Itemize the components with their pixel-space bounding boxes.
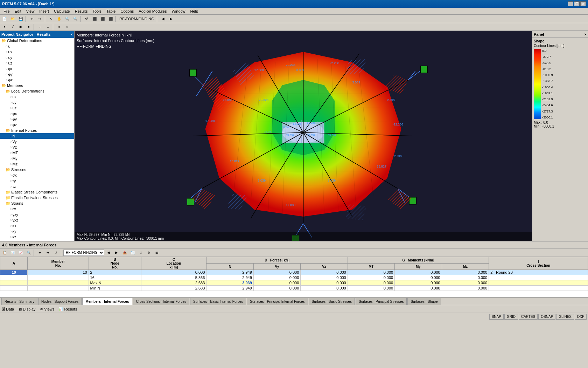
col-Mz-header[interactable]: Mz xyxy=(442,264,489,270)
tb-undo[interactable]: ↩ xyxy=(28,15,36,22)
tb-select[interactable]: ↖ xyxy=(47,15,55,22)
menu-file[interactable]: File xyxy=(1,9,12,14)
tb-res-1[interactable]: 📋 xyxy=(1,249,8,256)
tb-chart[interactable]: 📉 xyxy=(129,249,136,256)
tab-surfaces-principal-stresses[interactable]: Surfaces - Principal Stresses xyxy=(356,298,407,305)
tree-node-36[interactable]: 📂Surfaces xyxy=(0,240,74,241)
tab-surfaces-shape[interactable]: Surfaces - Shape xyxy=(407,298,441,305)
tb-res-2[interactable]: 📊 xyxy=(9,249,16,256)
tab-surfaces-stresses[interactable]: Surfaces - Basic Stresses xyxy=(309,298,355,305)
tab-surfaces-basic[interactable]: Surfaces - Basic Internal Forces xyxy=(190,298,246,305)
tree-node-28[interactable]: 📁Elastic Equivalent Stresses xyxy=(0,195,74,200)
tb-view-front[interactable]: ⬛ xyxy=(91,15,98,22)
table-row[interactable]: Max N 2.683 3.039 0.000 0.000 0.000 0.00… xyxy=(0,280,588,286)
tb-zoom-in[interactable]: 🔍 xyxy=(63,15,71,22)
menu-help[interactable]: Help xyxy=(188,9,201,14)
load-case-combo[interactable]: RF-FORM-FINDING xyxy=(63,250,104,256)
results-table[interactable]: A MemberNo. BNodeNo. CLocationx [m] D Fo… xyxy=(0,257,588,297)
nav-close[interactable]: × xyxy=(71,32,73,36)
viewport[interactable]: Members: Internal Forces N [kN] Surfaces… xyxy=(75,31,532,241)
tree-node-34[interactable]: ○κy xyxy=(0,229,74,234)
tb-line[interactable]: ╱ xyxy=(9,23,16,30)
tb-res-3[interactable]: 📈 xyxy=(17,249,24,256)
tb-pan[interactable]: ✋ xyxy=(55,15,63,22)
status-btn-grid[interactable]: GRID xyxy=(504,314,518,320)
tree-node-16[interactable]: 📂Internal Forces xyxy=(0,128,74,133)
tb-res-4[interactable]: 🔍 xyxy=(25,249,33,256)
tree-node-13[interactable]: ○φx xyxy=(0,111,74,116)
tree-node-23[interactable]: 📂Stresses xyxy=(0,167,74,172)
tb-res-5[interactable]: ⬅ xyxy=(36,249,44,256)
col-a-header[interactable]: A xyxy=(0,257,28,270)
tree-node-24[interactable]: ○σx xyxy=(0,172,74,178)
close-button[interactable]: ✕ xyxy=(580,1,586,6)
menu-options[interactable]: Options xyxy=(118,9,136,14)
table-row[interactable]: 10 10 2 0.000 2.949 0.000 0.000 0.000 0.… xyxy=(0,270,588,275)
menu-insert[interactable]: Insert xyxy=(37,9,51,14)
tree-node-6[interactable]: ○φy xyxy=(0,71,74,77)
tree-node-33[interactable]: ○κx xyxy=(0,223,74,229)
tab-internal-forces[interactable]: Members - Internal Forces xyxy=(82,298,132,305)
menu-tools[interactable]: Tools xyxy=(90,9,104,14)
col-Vz-header[interactable]: Vz xyxy=(301,264,348,270)
minimize-button[interactable]: — xyxy=(568,1,573,6)
tree-node-31[interactable]: ○γxy xyxy=(0,212,74,217)
tree-node-5[interactable]: ○φx xyxy=(0,66,74,71)
tb-filter[interactable]: ⚙ xyxy=(145,249,153,256)
restore-button[interactable]: ❐ xyxy=(574,1,580,6)
tree-node-7[interactable]: ○φz xyxy=(0,77,74,83)
tab-support-forces[interactable]: Nodes - Support Forces xyxy=(38,298,82,305)
tb-node[interactable]: ● xyxy=(1,23,8,30)
tree-node-32[interactable]: ○γxz xyxy=(0,217,74,223)
tree-node-27[interactable]: 📁Elastic Stress Components xyxy=(0,189,74,195)
views-tab[interactable]: 👁 Views xyxy=(40,307,54,311)
tree-node-25[interactable]: ○τy xyxy=(0,178,74,184)
col-node-header[interactable]: BNodeNo. xyxy=(89,257,141,270)
tree-node-26[interactable]: ○τz xyxy=(0,184,74,189)
tree-node-19[interactable]: ○Vz xyxy=(0,144,74,150)
tree-node-4[interactable]: ○uz xyxy=(0,60,74,66)
tab-cross-sections[interactable]: Cross-Sections - Internal Forces xyxy=(133,298,189,305)
menu-view[interactable]: View xyxy=(24,9,37,14)
nav-content[interactable]: 📂Global Deformations○u○ux○uy○uz○φx○φy○φz… xyxy=(0,38,74,241)
table-row[interactable]: Min N 2.683 2.949 0.000 0.000 0.000 0.00… xyxy=(0,286,588,291)
menu-window[interactable]: Window xyxy=(169,9,187,14)
tree-node-10[interactable]: ○ux xyxy=(0,94,74,100)
display-tab[interactable]: 🖥 Display xyxy=(18,307,35,311)
tb-next[interactable]: ▶ xyxy=(167,15,175,22)
menu-results[interactable]: Results xyxy=(73,9,90,14)
col-cs-header[interactable]: ICross-Section xyxy=(489,257,588,270)
tb-render[interactable]: ◈ xyxy=(55,23,63,30)
status-btn-glines[interactable]: GLINES xyxy=(556,314,574,320)
tree-node-14[interactable]: ○φy xyxy=(0,116,74,122)
col-member-header[interactable]: MemberNo. xyxy=(28,257,89,270)
tb-prev[interactable]: ◀ xyxy=(159,15,167,22)
tree-node-15[interactable]: ○φz xyxy=(0,122,74,128)
menu-addon[interactable]: Add-on Modules xyxy=(136,9,169,14)
tree-node-3[interactable]: ○uy xyxy=(0,55,74,60)
tab-summary[interactable]: Results - Summary xyxy=(1,298,37,305)
tb-view-top[interactable]: ⬛ xyxy=(99,15,106,22)
tb-solid[interactable]: ■ xyxy=(25,23,33,30)
tab-surfaces-principal[interactable]: Surfaces - Principal Internal Forces xyxy=(247,298,308,305)
tree-node-17[interactable]: ●N xyxy=(0,133,74,139)
tree-node-21[interactable]: ○My xyxy=(0,156,74,161)
menu-table[interactable]: Table xyxy=(104,9,118,14)
tb-info[interactable]: ℹ xyxy=(137,249,145,256)
tb-view-3d[interactable]: ⬛ xyxy=(107,15,114,22)
tb-settings[interactable]: ▦ xyxy=(153,249,161,256)
tb-load[interactable]: ↓ xyxy=(36,23,44,30)
tb-res-prev[interactable]: ◀ xyxy=(105,249,112,256)
tb-rotate[interactable]: ↺ xyxy=(83,15,90,22)
col-MT-header[interactable]: MT xyxy=(348,264,394,270)
tb-surface[interactable]: ▣ xyxy=(17,23,24,30)
tree-node-18[interactable]: ○Vy xyxy=(0,139,74,144)
tree-node-22[interactable]: ○Mz xyxy=(0,161,74,167)
col-N-header[interactable]: N xyxy=(206,264,253,270)
tree-node-11[interactable]: ○uy xyxy=(0,100,74,105)
status-btn-osnap[interactable]: OSNAP xyxy=(538,314,555,320)
tb-res-6[interactable]: ➡ xyxy=(44,249,52,256)
tb-wire[interactable]: ◇ xyxy=(63,23,71,30)
tree-node-35[interactable]: ○κz xyxy=(0,234,74,240)
table-row[interactable]: 16 5.366 2.949 0.000 0.000 0.000 0.000 0… xyxy=(0,275,588,280)
